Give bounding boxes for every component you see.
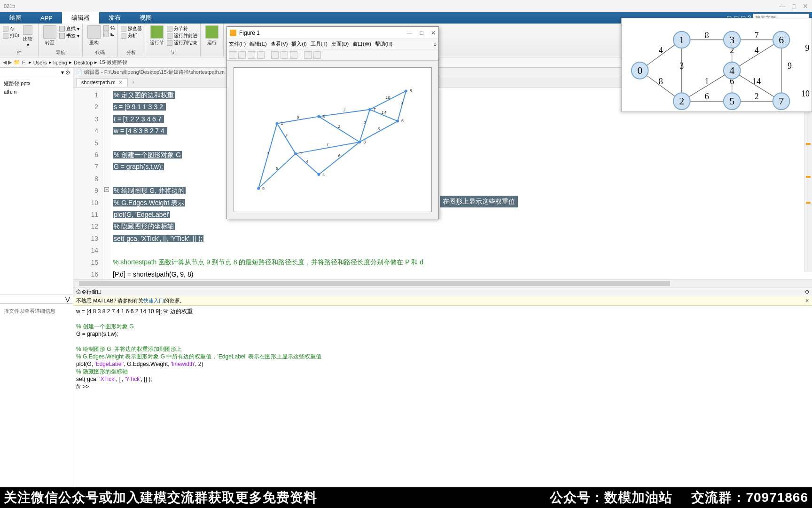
svg-line-2 bbox=[258, 154, 296, 189]
figure-min-button[interactable]: — bbox=[407, 30, 413, 36]
svg-text:8: 8 bbox=[410, 88, 412, 93]
breadcrumb-segment[interactable]: 15-最短路径 bbox=[99, 59, 127, 66]
breadcrumb-segment[interactable]: Users bbox=[33, 60, 47, 65]
svg-point-44 bbox=[405, 89, 407, 92]
panel-collapse-icon[interactable]: ⋁ bbox=[65, 296, 70, 302]
svg-line-4 bbox=[277, 123, 296, 153]
figure-titlebar[interactable]: Figure 1 — □ ✕ bbox=[227, 27, 438, 39]
figure-menu-item[interactable]: 桌面(D) bbox=[331, 40, 349, 48]
tab-editor[interactable]: 编辑器 bbox=[62, 12, 99, 24]
new-tab-button[interactable]: + bbox=[128, 78, 139, 87]
svg-text:14: 14 bbox=[382, 110, 386, 115]
goto-button[interactable]: 转至 bbox=[41, 24, 58, 49]
panel-dropdown-icon[interactable]: ▾ ⊙ bbox=[61, 69, 70, 76]
maximize-button[interactable]: □ bbox=[792, 2, 796, 10]
svg-text:4: 4 bbox=[729, 65, 734, 76]
svg-text:1: 1 bbox=[705, 77, 709, 86]
svg-point-38 bbox=[358, 141, 361, 143]
close-hint-icon[interactable]: ✕ bbox=[805, 298, 809, 304]
find-button[interactable]: 查找 ▾ bbox=[59, 25, 79, 32]
compare-button[interactable]: 比较 ▾ bbox=[20, 24, 35, 49]
editor-tab[interactable]: shortestpath.m✕ bbox=[76, 78, 128, 87]
editor-vscrollbar[interactable] bbox=[804, 87, 812, 272]
svg-text:2: 2 bbox=[337, 124, 340, 129]
reference-graph-diagram: 4838271664214901234567910 bbox=[621, 18, 812, 112]
svg-text:6: 6 bbox=[401, 119, 404, 123]
command-window-titlebar: 命令行窗口 ⊙ bbox=[73, 287, 812, 296]
run-to-end-button[interactable]: 运行到结束 bbox=[167, 40, 197, 46]
figure-menu-item[interactable]: 插入(I) bbox=[291, 40, 306, 48]
svg-line-0 bbox=[258, 123, 277, 188]
code-editor[interactable]: 12345678910111213141516 − % 定义图的边和权重s = … bbox=[73, 87, 812, 279]
svg-text:3: 3 bbox=[679, 61, 684, 71]
figure-menu-item[interactable]: 帮助(H) bbox=[375, 40, 392, 48]
open-icon[interactable] bbox=[238, 51, 246, 59]
svg-text:3: 3 bbox=[363, 140, 366, 144]
analyze-button[interactable]: 分析 bbox=[121, 32, 142, 39]
figure-axes[interactable]: 4838274166214109912453768 bbox=[234, 67, 432, 212]
bookmark-button[interactable]: 书签 ▾ bbox=[59, 32, 79, 39]
group-label bbox=[203, 51, 220, 57]
svg-text:2: 2 bbox=[755, 92, 759, 101]
print-button[interactable]: 打印 bbox=[3, 32, 19, 39]
panel-menu-icon[interactable]: ⊙ bbox=[805, 289, 809, 295]
figure-menu-item[interactable]: 文件(F) bbox=[229, 40, 246, 48]
file-item[interactable]: 短路径.pptx bbox=[2, 79, 71, 88]
minimize-button[interactable]: — bbox=[779, 2, 786, 10]
new-figure-icon[interactable] bbox=[229, 51, 236, 59]
breadcrumb-back-icon[interactable]: ◀ ▶ bbox=[3, 59, 12, 65]
print-icon[interactable] bbox=[257, 51, 265, 59]
file-item[interactable]: ath.m bbox=[2, 88, 71, 95]
editor-hscrollbar[interactable] bbox=[73, 279, 812, 287]
tab-view[interactable]: 视图 bbox=[130, 12, 161, 24]
save-icon[interactable] bbox=[248, 51, 255, 59]
breadcrumb-segment[interactable]: lipeng bbox=[54, 60, 67, 65]
svg-point-42 bbox=[396, 120, 399, 123]
figure-menu-more[interactable]: » bbox=[434, 41, 437, 47]
svg-point-30 bbox=[276, 122, 279, 125]
svg-text:0: 0 bbox=[637, 65, 642, 76]
command-window[interactable]: w = [4 8 3 8 2 7 4 1 6 6 2 14 10 9]; % 边… bbox=[73, 306, 812, 508]
rotate-icon[interactable] bbox=[313, 51, 321, 59]
editor-icon: 📄 bbox=[76, 69, 83, 75]
banner-text: 交流群：70971866 bbox=[691, 489, 808, 507]
svg-text:4: 4 bbox=[266, 151, 269, 156]
svg-text:3: 3 bbox=[729, 34, 734, 46]
tab-plot[interactable]: 绘图 bbox=[0, 12, 31, 24]
data-icon[interactable] bbox=[281, 51, 288, 59]
app-version: 021b bbox=[4, 3, 15, 9]
svg-text:8: 8 bbox=[705, 31, 709, 40]
tab-app[interactable]: APP bbox=[31, 12, 62, 24]
group-label: 件 bbox=[3, 49, 35, 57]
figure-max-button[interactable]: □ bbox=[420, 30, 423, 36]
quickstart-link[interactable]: 快速入门 bbox=[143, 297, 164, 304]
run-button[interactable]: 运行 bbox=[203, 24, 220, 51]
refactor-button[interactable]: 重构 bbox=[86, 24, 102, 49]
svg-text:8: 8 bbox=[276, 166, 278, 171]
close-button[interactable]: ✕ bbox=[803, 2, 808, 10]
figure-window[interactable]: Figure 1 — □ ✕ 文件(F)编辑(E)查看(V)插入(I)工具(T)… bbox=[226, 26, 439, 219]
close-tab-icon[interactable]: ✕ bbox=[118, 79, 123, 86]
command-hint-bar: 不熟悉 MATLAB? 请参阅有关 快速入门 的资源。 ✕ bbox=[73, 296, 812, 306]
window-controls: — □ ✕ bbox=[779, 2, 808, 10]
svg-text:6: 6 bbox=[705, 92, 709, 101]
breadcrumb-segment[interactable]: Desktop bbox=[74, 60, 93, 65]
breadcrumb-segment[interactable]: F: bbox=[22, 60, 27, 65]
run-section-button[interactable]: 运行节 bbox=[148, 24, 166, 49]
figure-close-button[interactable]: ✕ bbox=[431, 30, 436, 36]
save-button[interactable]: 存 bbox=[3, 25, 19, 32]
tab-publish[interactable]: 发布 bbox=[99, 12, 130, 24]
figure-menu-item[interactable]: 窗口(W) bbox=[352, 40, 371, 48]
figure-menu-item[interactable]: 查看(V) bbox=[271, 40, 288, 48]
link-icon[interactable] bbox=[271, 51, 279, 59]
figure-menu-item[interactable]: 编辑(E) bbox=[250, 40, 267, 48]
fold-marker[interactable]: − bbox=[104, 187, 109, 192]
svg-text:9: 9 bbox=[401, 101, 403, 105]
group-label: 导航 bbox=[41, 49, 79, 57]
data-icon[interactable] bbox=[290, 51, 297, 59]
figure-menu-item[interactable]: 工具(T) bbox=[311, 40, 328, 48]
section-break-button[interactable]: 分节符 bbox=[167, 25, 197, 32]
run-advance-button[interactable]: 运行并前进 bbox=[167, 32, 197, 39]
pointer-icon[interactable] bbox=[304, 51, 312, 59]
profiler-button[interactable]: 探查器 bbox=[121, 25, 142, 32]
